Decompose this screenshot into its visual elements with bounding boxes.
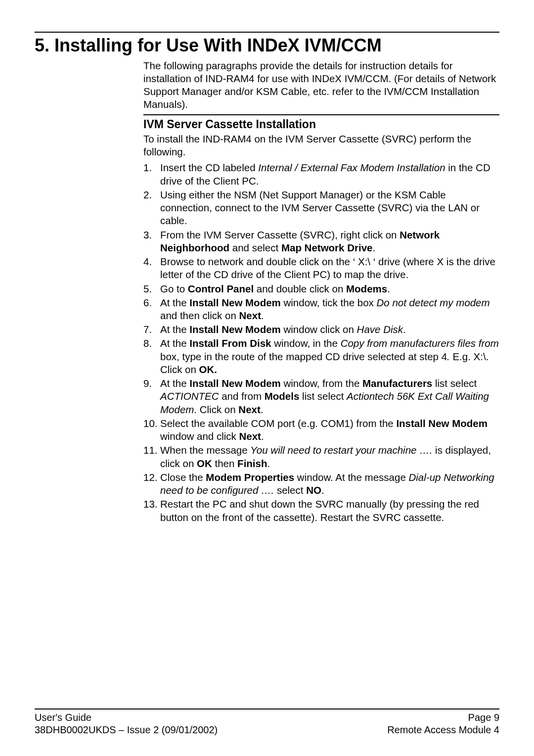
step-body: At the Install From Disk window, in the … bbox=[160, 337, 499, 376]
step-item: 8.At the Install From Disk window, in th… bbox=[143, 337, 499, 376]
step-number: 13. bbox=[143, 498, 160, 511]
step-body: Browse to network and double click on th… bbox=[160, 255, 499, 281]
step-body: Using either the NSM (Net Support Manage… bbox=[160, 189, 499, 228]
page-footer: User's Guide 38DHB0002UKDS – Issue 2 (09… bbox=[35, 709, 499, 736]
step-item: 13.Restart the PC and shut down the SVRC… bbox=[143, 498, 499, 523]
footer-module-name: Remote Access Module 4 bbox=[387, 724, 499, 736]
step-body: Close the Modem Properties window. At th… bbox=[160, 471, 499, 497]
step-item: 5.Go to Control Panel and double click o… bbox=[143, 283, 499, 295]
sub-rule bbox=[143, 114, 499, 115]
subheading: IVM Server Cassette Installation bbox=[143, 117, 499, 132]
step-body: Insert the CD labeled Internal / Externa… bbox=[160, 161, 499, 187]
page-title: 5. Installing for Use With INDeX IVM/CCM bbox=[35, 36, 499, 55]
step-number: 5. bbox=[143, 283, 160, 295]
step-item: 3.From the IVM Server Cassette (SVRC), r… bbox=[143, 229, 499, 254]
step-number: 6. bbox=[143, 296, 160, 309]
step-body: Go to Control Panel and double click on … bbox=[160, 283, 499, 295]
step-item: 7.At the Install New Modem window click … bbox=[143, 323, 499, 336]
step-item: 11.When the message You will need to res… bbox=[143, 444, 499, 470]
footer-users-guide: User's Guide bbox=[35, 711, 218, 724]
step-body: Select the available COM port (e.g. COM1… bbox=[160, 417, 499, 443]
step-number: 11. bbox=[143, 444, 160, 457]
step-body: At the Install New Modem window, tick th… bbox=[160, 296, 499, 322]
step-number: 1. bbox=[143, 161, 160, 174]
step-item: 9.At the Install New Modem window, from … bbox=[143, 377, 499, 416]
step-number: 3. bbox=[143, 229, 160, 241]
step-item: 6.At the Install New Modem window, tick … bbox=[143, 296, 499, 322]
step-item: 12.Close the Modem Properties window. At… bbox=[143, 471, 499, 497]
content-area: The following paragraphs provide the det… bbox=[143, 59, 499, 524]
footer-left: User's Guide 38DHB0002UKDS – Issue 2 (09… bbox=[35, 711, 218, 736]
step-number: 7. bbox=[143, 323, 160, 336]
step-number: 2. bbox=[143, 189, 160, 201]
step-item: 1.Insert the CD labeled Internal / Exter… bbox=[143, 161, 499, 187]
step-item: 2.Using either the NSM (Net Support Mana… bbox=[143, 189, 499, 228]
intro-paragraph: The following paragraphs provide the det… bbox=[143, 59, 499, 111]
footer-page-number: Page 9 bbox=[387, 711, 499, 724]
step-body: Restart the PC and shut down the SVRC ma… bbox=[160, 498, 499, 523]
step-body: When the message You will need to restar… bbox=[160, 444, 499, 470]
steps-list: 1.Insert the CD labeled Internal / Exter… bbox=[143, 161, 499, 523]
top-rule bbox=[35, 32, 499, 33]
footer-doc-id: 38DHB0002UKDS – Issue 2 (09/01/2002) bbox=[35, 724, 218, 736]
footer-right: Page 9 Remote Access Module 4 bbox=[387, 711, 499, 736]
step-number: 10. bbox=[143, 417, 160, 430]
step-number: 9. bbox=[143, 377, 160, 390]
step-body: At the Install New Modem window, from th… bbox=[160, 377, 499, 416]
step-body: From the IVM Server Cassette (SVRC), rig… bbox=[160, 229, 499, 254]
step-body: At the Install New Modem window click on… bbox=[160, 323, 499, 336]
step-item: 10.Select the available COM port (e.g. C… bbox=[143, 417, 499, 443]
step-number: 8. bbox=[143, 337, 160, 350]
step-number: 4. bbox=[143, 255, 160, 268]
lead-paragraph: To install the IND-RAM4 on the IVM Serve… bbox=[143, 133, 499, 158]
step-item: 4.Browse to network and double click on … bbox=[143, 255, 499, 281]
step-number: 12. bbox=[143, 471, 160, 484]
